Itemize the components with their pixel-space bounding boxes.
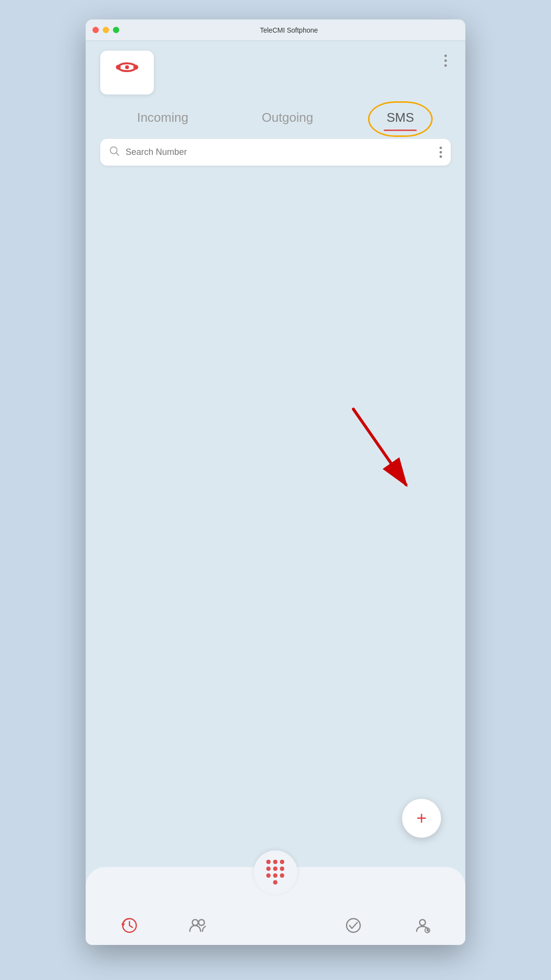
app-window: TeleCMI Softphone bbox=[86, 19, 465, 945]
settings-icon bbox=[412, 916, 431, 935]
svg-line-5 bbox=[116, 153, 119, 155]
contacts-icon bbox=[188, 916, 207, 935]
svg-line-7 bbox=[353, 409, 406, 485]
titlebar: TeleCMI Softphone bbox=[86, 19, 465, 41]
close-button[interactable] bbox=[92, 27, 99, 33]
app-logo bbox=[100, 51, 154, 94]
minimize-button[interactable] bbox=[103, 27, 109, 33]
dot bbox=[440, 155, 442, 158]
search-more-options[interactable] bbox=[440, 147, 442, 158]
content-area: + bbox=[100, 180, 451, 867]
nav-settings[interactable] bbox=[412, 916, 431, 935]
search-bar bbox=[100, 139, 451, 166]
bottom-nav-icons bbox=[86, 916, 465, 935]
nav-status[interactable] bbox=[344, 916, 363, 935]
app-body: Incoming Outgoing SMS bbox=[86, 41, 465, 867]
svg-point-15 bbox=[426, 929, 428, 931]
plus-icon: + bbox=[416, 808, 426, 829]
bottom-nav-wrapper bbox=[86, 867, 465, 945]
tab-incoming[interactable]: Incoming bbox=[127, 106, 198, 129]
dot bbox=[444, 59, 447, 62]
dot bbox=[444, 64, 447, 67]
status-icon bbox=[344, 916, 363, 935]
tabs-row: Incoming Outgoing SMS bbox=[100, 106, 451, 129]
tab-sms-wrapper: SMS bbox=[377, 106, 423, 129]
history-icon bbox=[120, 916, 139, 935]
svg-point-2 bbox=[116, 65, 121, 70]
nav-history[interactable] bbox=[120, 916, 139, 935]
arrow-annotation bbox=[344, 404, 422, 502]
window-controls bbox=[92, 27, 119, 33]
tab-outgoing[interactable]: Outgoing bbox=[252, 106, 323, 129]
search-icon bbox=[109, 146, 120, 159]
nav-contacts[interactable] bbox=[188, 916, 207, 935]
phone-logo-icon bbox=[112, 60, 142, 85]
svg-point-1 bbox=[125, 65, 129, 69]
dialpad-icon bbox=[266, 860, 285, 885]
header-row bbox=[100, 51, 451, 94]
svg-point-11 bbox=[199, 920, 204, 925]
svg-point-3 bbox=[133, 65, 138, 70]
dialpad-button[interactable] bbox=[254, 850, 297, 894]
dot bbox=[440, 151, 442, 153]
tab-sms[interactable]: SMS bbox=[377, 106, 423, 129]
maximize-button[interactable] bbox=[113, 27, 119, 33]
svg-point-12 bbox=[347, 919, 360, 932]
svg-point-10 bbox=[192, 920, 198, 925]
compose-sms-button[interactable]: + bbox=[402, 799, 441, 838]
window-title: TeleCMI Softphone bbox=[119, 26, 459, 34]
dot bbox=[440, 147, 442, 149]
svg-point-13 bbox=[420, 920, 425, 925]
more-options-button[interactable] bbox=[441, 51, 451, 71]
svg-marker-9 bbox=[121, 923, 125, 926]
dot bbox=[444, 55, 447, 57]
search-input[interactable] bbox=[126, 147, 434, 157]
